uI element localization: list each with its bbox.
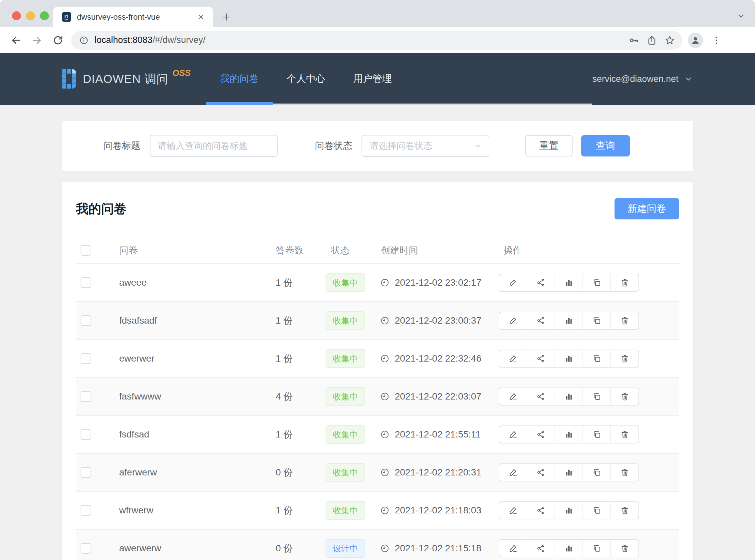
browser-tab[interactable]: dwsurvey-oss-front-vue [53,7,213,27]
page-title: 我的问卷 [76,200,126,217]
delete-button[interactable] [611,349,639,367]
share-button[interactable] [527,539,555,557]
url-path: /#/dw/survey/ [152,35,205,45]
row-checkbox[interactable] [81,429,91,440]
site-info-icon[interactable] [77,33,91,47]
profile-avatar[interactable] [688,33,703,48]
status-badge: 收集中 [326,349,365,368]
share-button[interactable] [527,425,555,443]
share-icon [536,468,546,477]
edit-button[interactable] [499,349,527,367]
reload-button[interactable] [50,32,66,48]
status-badge: 收集中 [326,273,365,292]
back-button[interactable] [8,32,24,48]
window-controls [12,11,49,20]
trash-icon [620,316,630,325]
delete-button[interactable] [611,312,639,329]
row-checkbox[interactable] [81,353,91,364]
share-icon [536,316,546,325]
survey-title-input[interactable] [150,135,278,157]
copy-button[interactable] [583,501,611,519]
copy-button[interactable] [583,425,611,443]
copy-button[interactable] [583,349,611,367]
share-button[interactable] [527,274,555,292]
edit-button[interactable] [499,463,527,481]
new-tab-button[interactable] [220,11,232,23]
password-key-icon[interactable] [629,35,639,46]
copy-button[interactable] [583,539,611,557]
select-all-checkbox[interactable] [81,245,91,256]
edit-button[interactable] [499,387,527,405]
delete-button[interactable] [611,539,639,557]
stats-button[interactable] [555,349,583,367]
survey-name: wfrwerw [106,505,266,516]
copy-button[interactable] [583,274,611,292]
maximize-window-button[interactable] [40,11,49,20]
answer-count: 1 份 [266,428,323,441]
created-time: 2021-12-02 21:20:31 [395,467,481,478]
stats-button[interactable] [555,501,583,519]
share-button[interactable] [527,312,555,329]
nav-item-personal-center[interactable]: 个人中心 [273,53,339,105]
share-icon [536,354,546,363]
user-menu[interactable]: service@diaowen.net [592,53,693,105]
browser-menu-icon[interactable] [709,33,724,47]
survey-status-label: 问卷状态 [315,140,352,152]
delete-button[interactable] [611,463,639,481]
trash-icon [620,354,630,363]
close-window-button[interactable] [12,11,21,20]
share-button[interactable] [527,387,555,405]
row-checkbox[interactable] [81,505,91,516]
answer-count: 0 份 [266,466,323,479]
delete-button[interactable] [611,425,639,443]
tabstrip-chevron-down-icon[interactable] [735,10,747,22]
row-checkbox[interactable] [81,315,91,326]
clock-icon [380,430,389,439]
stats-button[interactable] [555,425,583,443]
share-button[interactable] [527,501,555,519]
delete-button[interactable] [611,501,639,519]
url-bar[interactable]: localhost:8083/#/dw/survey/ [71,31,682,49]
edit-button[interactable] [499,501,527,519]
survey-status-select[interactable]: 请选择问卷状态 [362,135,489,157]
copy-button[interactable] [583,463,611,481]
share-button[interactable] [527,463,555,481]
edit-button[interactable] [499,274,527,292]
forward-button[interactable] [29,32,45,48]
tab-strip: dwsurvey-oss-front-vue [0,0,755,27]
minimize-window-button[interactable] [26,11,35,20]
delete-button[interactable] [611,274,639,292]
copy-button[interactable] [583,312,611,329]
bar-chart-icon [564,392,574,401]
tab-close-icon[interactable] [195,11,206,23]
copy-button[interactable] [583,387,611,405]
clock-icon [380,544,389,553]
created-time: 2021-12-02 23:02:17 [395,277,481,288]
answer-count: 0 份 [266,542,323,555]
stats-button[interactable] [555,539,583,557]
row-checkbox[interactable] [81,277,91,288]
stats-button[interactable] [555,463,583,481]
stats-button[interactable] [555,312,583,329]
edit-button[interactable] [499,539,527,557]
delete-button[interactable] [611,387,639,405]
stats-button[interactable] [555,274,583,292]
stats-button[interactable] [555,387,583,405]
nav-item-my-surveys[interactable]: 我的问卷 [206,53,273,105]
reset-button[interactable]: 重置 [525,135,573,157]
filter-bar: 问卷标题 问卷状态 请选择问卷状态 重置 查询 [62,121,693,171]
nav-item-user-management[interactable]: 用户管理 [339,53,406,105]
search-button[interactable]: 查询 [581,135,630,157]
new-survey-button[interactable]: 新建问卷 [614,198,679,219]
edit-button[interactable] [499,312,527,329]
brand-logo[interactable]: DIAOWEN 调问 OSS [62,53,191,105]
table-row: aferwerw 0 份 收集中 2021-12-02 21:20:31 [76,454,679,492]
bookmark-star-icon[interactable] [665,35,675,46]
brand-badge: OSS [172,68,191,78]
share-page-icon[interactable] [647,35,657,46]
row-checkbox[interactable] [81,543,91,554]
edit-button[interactable] [499,425,527,443]
row-checkbox[interactable] [81,391,91,402]
row-checkbox[interactable] [81,467,91,478]
share-button[interactable] [527,349,555,367]
